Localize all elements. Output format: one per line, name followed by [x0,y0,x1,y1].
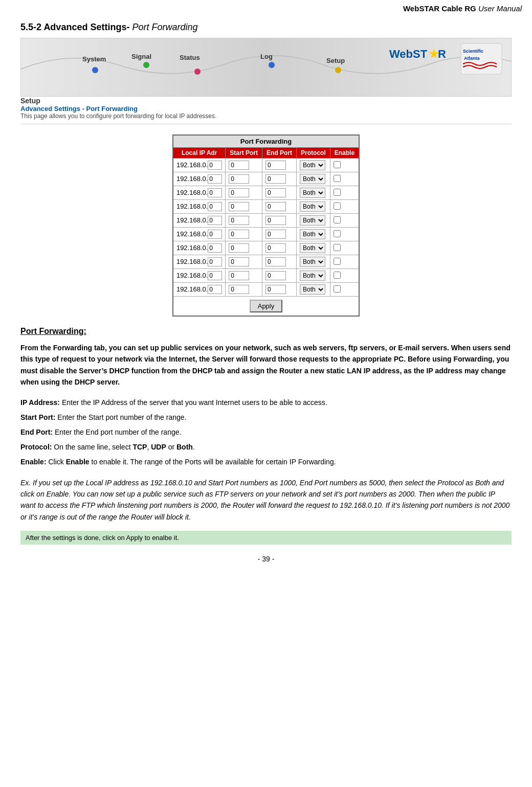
ip-last-input[interactable] [208,243,222,253]
proto-select[interactable]: BothTCPUDP [300,229,325,239]
table-row: 192.168.0. BothTCPUDP [173,283,359,297]
nav-bar: System Signal Status Log Setup WebST ★ R… [20,38,512,97]
start-port-input[interactable] [229,271,249,280]
enable-checkbox[interactable] [334,175,341,182]
ip-last-input[interactable] [208,285,222,294]
enable-cell [330,200,359,214]
section-subtitle: Port Forwarding [132,22,197,32]
enable-checkbox[interactable] [334,203,341,210]
ip-last-input[interactable] [208,271,222,280]
ip-last-input[interactable] [208,188,222,197]
ip-last-input[interactable] [208,257,222,266]
field-end-label: End Port: [20,428,53,436]
start-port-input[interactable] [229,243,249,253]
enable-checkbox[interactable] [334,161,341,168]
end-port-input[interactable] [265,202,286,211]
end-port-cell [262,228,297,241]
proto-cell: BothTCPUDP [297,159,330,172]
ip-cell: 192.168.0. [173,186,226,200]
proto-cell: BothTCPUDP [297,228,330,241]
start-port-input[interactable] [229,174,249,184]
svg-text:Atlanta: Atlanta [464,56,480,61]
section-main-title: Advanced Settings- [43,22,129,32]
ip-last-input[interactable] [208,161,222,170]
ip-cell: 192.168.0. [173,283,226,297]
proto-select[interactable]: BothTCPUDP [300,174,325,184]
svg-point-2 [143,62,149,68]
enable-checkbox[interactable] [334,230,341,237]
end-port-input[interactable] [265,271,286,280]
svg-point-4 [269,62,275,68]
field-protocol: Protocol: On the same line, select TCP, … [20,441,512,454]
svg-point-1 [92,67,98,73]
end-port-cell [262,255,297,269]
svg-text:WebST: WebST [389,48,428,60]
proto-select[interactable]: BothTCPUDP [300,201,325,212]
proto-cell: BothTCPUDP [297,214,330,228]
end-port-input[interactable] [265,243,286,253]
enable-checkbox[interactable] [334,244,341,251]
breadcrumb-area: Setup Advanced Settings - Port Forwardin… [20,97,512,124]
start-port-input[interactable] [229,257,249,266]
proto-cell: BothTCPUDP [297,269,330,283]
proto-select[interactable]: BothTCPUDP [300,188,325,198]
end-port-input[interactable] [265,161,286,170]
proto-select[interactable]: BothTCPUDP [300,284,325,295]
field-end-port: End Port: Enter the End port number of t… [20,426,512,439]
ip-last-input[interactable] [208,216,222,225]
enable-checkbox[interactable] [334,258,341,265]
start-port-cell [226,200,262,214]
table-row: 192.168.0. BothTCPUDP [173,200,359,214]
enable-cell [330,214,359,228]
field-ip-text: Enter the IP Address of the server that … [62,398,327,407]
end-port-cell [262,159,297,172]
col-end-port: End Port [262,148,297,159]
field-start-label: Start Port: [20,413,55,421]
apply-row: Apply [173,297,359,317]
highlight-note: After the settings is done, click on App… [20,531,512,545]
col-protocol: Protocol [297,148,330,159]
proto-select[interactable]: BothTCPUDP [300,215,325,226]
col-enable: Enable [330,148,359,159]
table-row: 192.168.0. BothTCPUDP [173,186,359,200]
start-port-input[interactable] [229,216,249,225]
start-port-input[interactable] [229,161,249,170]
start-port-input[interactable] [229,188,249,197]
enable-cell [330,186,359,200]
proto-cell: BothTCPUDP [297,200,330,214]
proto-select[interactable]: BothTCPUDP [300,160,325,170]
field-proto-text: On the same line, select TCP, UDP or Bot… [54,443,194,451]
ip-last-input[interactable] [208,174,222,184]
enable-cell [330,283,359,297]
section-title: 5.5-2 Advanced Settings- Port Forwarding [20,15,512,38]
proto-select[interactable]: BothTCPUDP [300,257,325,267]
ip-last-input[interactable] [208,202,222,211]
enable-checkbox[interactable] [334,189,341,196]
proto-select[interactable]: BothTCPUDP [300,243,325,253]
proto-select[interactable]: BothTCPUDP [300,271,325,281]
svg-text:Status: Status [180,54,200,61]
start-port-input[interactable] [229,230,249,239]
breadcrumb-setup: Setup [20,97,512,105]
end-port-input[interactable] [265,216,286,225]
apply-button[interactable]: Apply [250,300,283,312]
end-port-cell [262,172,297,186]
end-port-input[interactable] [265,285,286,294]
field-ip-label: IP Address: [20,398,60,407]
breadcrumb-sub: Advanced Settings - Port Forwarding [20,105,512,113]
end-port-cell [262,200,297,214]
enable-cell [330,172,359,186]
end-port-input[interactable] [265,174,286,184]
end-port-input[interactable] [265,257,286,266]
enable-checkbox[interactable] [334,216,341,223]
end-port-input[interactable] [265,188,286,197]
enable-checkbox[interactable] [334,285,341,293]
start-port-input[interactable] [229,202,249,211]
end-port-input[interactable] [265,230,286,239]
start-port-cell [226,159,262,172]
start-port-cell [226,172,262,186]
start-port-input[interactable] [229,285,249,294]
enable-checkbox[interactable] [334,272,341,279]
ip-last-input[interactable] [208,230,222,239]
start-port-cell [226,255,262,269]
